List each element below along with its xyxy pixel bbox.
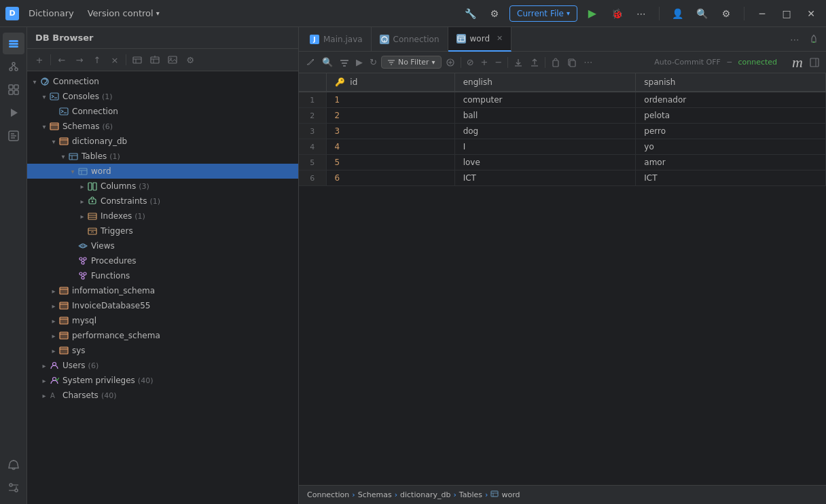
build-icon[interactable]: 🔧	[461, 4, 480, 23]
debug-button[interactable]: 🐞	[607, 4, 626, 23]
profile-button[interactable]: 👤	[668, 4, 687, 23]
tree-item-invoice-db[interactable]: InvoiceDatabase55	[27, 298, 298, 313]
tree-item-procedures[interactable]: Procedures	[27, 253, 298, 268]
filter-button[interactable]: No Filter ▾	[381, 56, 442, 69]
table-row[interactable]: 2 2 ball pelota	[299, 108, 826, 124]
tree-item-constraints[interactable]: Constraints (1)	[27, 194, 298, 209]
tree-item-functions[interactable]: Functions	[27, 268, 298, 283]
table-execute-button[interactable]: ▶	[353, 55, 365, 70]
more-actions-button[interactable]: ⋯	[632, 4, 651, 23]
table-delete-row-btn[interactable]: −	[492, 55, 505, 70]
tab-connection[interactable]: Connection	[372, 27, 448, 52]
close-button[interactable]: ✕	[802, 4, 821, 23]
sidebar-icon-run[interactable]	[3, 102, 24, 124]
up-button[interactable]: ↑	[89, 52, 105, 68]
table-row[interactable]: 5 5 love amor	[299, 155, 826, 170]
table-row[interactable]: 1 1 computer ordenador	[299, 92, 826, 108]
minimize-button[interactable]: ─	[753, 4, 772, 23]
charsets-icon: A	[49, 390, 60, 401]
table-row[interactable]: 3 3 dog perro	[299, 124, 826, 139]
sidebar-icon-todo[interactable]	[3, 125, 24, 147]
table-filter-btn2[interactable]	[337, 55, 352, 70]
breadcrumb-schemas[interactable]: Schemas	[358, 490, 392, 499]
svg-rect-98	[343, 65, 346, 67]
sidebar-icon-db[interactable]	[3, 33, 24, 54]
table-sidebar-toggle-btn[interactable]	[807, 55, 822, 70]
tab-word[interactable]: word ✕	[448, 27, 512, 52]
tree-label-schemas: Schemas	[62, 122, 100, 131]
table-paste-btn[interactable]	[564, 55, 579, 70]
search-button[interactable]: 🔍	[692, 4, 711, 23]
current-file-button[interactable]: Current File ▾	[509, 5, 577, 22]
tree-item-schemas[interactable]: Schemas (6)	[27, 119, 298, 134]
col-header-id[interactable]: 🔑 id	[326, 73, 454, 92]
tree-item-triggers[interactable]: Triggers	[27, 223, 298, 238]
tab-main-java[interactable]: J Main.java	[302, 27, 372, 52]
tree-item-system-priv[interactable]: System privileges (40)	[27, 373, 298, 388]
image-button[interactable]	[164, 52, 181, 68]
table-refresh-button[interactable]: ↻	[367, 55, 380, 70]
tree-item-information-schema[interactable]: information_schema	[27, 283, 298, 298]
tree-item-mysql[interactable]: mysql	[27, 313, 298, 328]
forward-button[interactable]: →	[71, 52, 88, 68]
menu-dictionary[interactable]: Dictionary	[24, 7, 78, 20]
settings-db-button[interactable]: ⚙	[182, 52, 198, 68]
new-schema-button[interactable]	[147, 52, 163, 68]
breadcrumb-word[interactable]: word	[490, 490, 520, 500]
sidebar-icon-notifications[interactable]	[3, 454, 24, 475]
sidebar-icon-vcs[interactable]	[3, 477, 24, 499]
tree-item-views[interactable]: Views	[27, 238, 298, 253]
sidebar-icon-git[interactable]	[3, 56, 24, 77]
tree-item-consoles[interactable]: Consoles (1)	[27, 89, 298, 104]
tree-item-word[interactable]: word	[27, 164, 298, 179]
svg-rect-10	[9, 90, 13, 94]
breadcrumb-connection[interactable]: Connection	[307, 490, 349, 499]
maximize-button[interactable]: □	[777, 4, 796, 23]
tabs-bar: J Main.java Connection word ✕ ⋯	[299, 27, 826, 52]
collapse-all-button[interactable]: ×	[107, 52, 123, 68]
tree-label-triggers: Triggers	[101, 226, 133, 236]
tree-count-tables: (1)	[109, 152, 120, 161]
titlebar: D Dictionary Version control ▾ 🔧 ⚙ Curre…	[0, 0, 826, 27]
cell-id: 3	[326, 124, 454, 139]
table-add-row-btn[interactable]: +	[478, 55, 491, 70]
table-import-btn[interactable]	[527, 55, 542, 70]
table-advanced-filter-btn[interactable]	[443, 55, 458, 70]
table-edit-button[interactable]	[303, 55, 318, 70]
add-connection-button[interactable]: +	[31, 52, 48, 68]
table-row[interactable]: 6 6 ICT ICT	[299, 170, 826, 186]
breadcrumb-tables[interactable]: Tables	[459, 490, 482, 499]
tree-item-tables[interactable]: Tables (1)	[27, 149, 298, 164]
tree-item-indexes[interactable]: Indexes (1)	[27, 209, 298, 223]
tree-item-connection-root[interactable]: Connection	[27, 74, 298, 89]
run-button[interactable]: ▶	[583, 4, 602, 23]
col-header-spanish[interactable]: spanish	[636, 73, 826, 92]
tabs-more-button[interactable]: ⋯	[785, 30, 804, 49]
menu-version-control[interactable]: Version control ▾	[84, 7, 164, 20]
tree-label-information-schema: information_schema	[72, 286, 155, 295]
table-more-btn[interactable]: ⋯	[581, 55, 595, 70]
table-disable-btn[interactable]: ⊘	[464, 55, 477, 70]
tree-item-sys[interactable]: sys	[27, 343, 298, 358]
table-search-button[interactable]: 🔍	[319, 55, 336, 70]
tree-item-charsets[interactable]: A Charsets (40)	[27, 388, 298, 403]
svg-rect-97	[342, 62, 347, 64]
breadcrumb-dictionary-db[interactable]: dictionary_db	[400, 490, 450, 499]
tab-close-word[interactable]: ✕	[497, 34, 503, 43]
settings-button[interactable]: ⚙	[717, 4, 736, 23]
table-export-btn[interactable]	[511, 55, 526, 70]
cell-id: 2	[326, 108, 454, 124]
tree-item-dictionary-db[interactable]: dictionary_db	[27, 134, 298, 149]
tree-item-connection-child[interactable]: Connection	[27, 104, 298, 119]
tree-item-columns[interactable]: Columns (3)	[27, 179, 298, 194]
tree-item-users[interactable]: Users (6)	[27, 358, 298, 373]
tree-item-performance-schema[interactable]: performance_schema	[27, 328, 298, 343]
sidebar-icon-structure[interactable]	[3, 79, 24, 101]
back-button[interactable]: ←	[54, 52, 70, 68]
table-row[interactable]: 4 4 I yo	[299, 139, 826, 155]
notifications-button[interactable]	[804, 30, 823, 49]
new-table-button[interactable]	[129, 52, 145, 68]
col-header-english[interactable]: english	[454, 73, 636, 92]
run-config-icon[interactable]: ⚙	[485, 4, 504, 23]
table-copy-btn[interactable]	[548, 55, 563, 70]
